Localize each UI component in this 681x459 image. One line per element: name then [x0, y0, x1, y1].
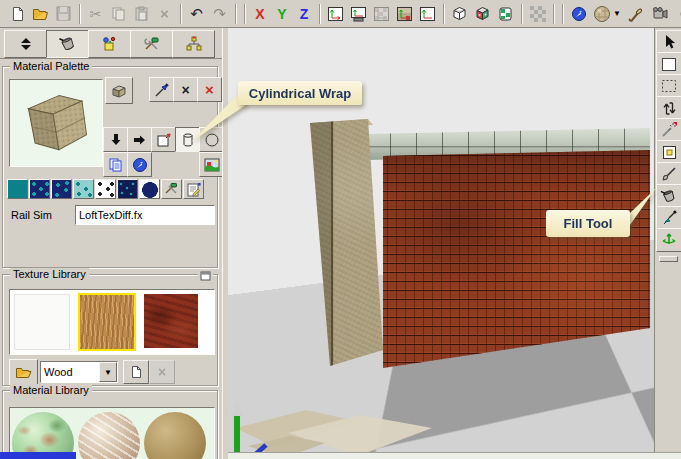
save-button[interactable]	[52, 3, 75, 25]
texmode-pattern5-button[interactable]	[117, 179, 138, 199]
material-sphere-cream[interactable]	[78, 412, 140, 459]
open-folder-icon	[32, 6, 49, 22]
texture-category-value: Wood	[41, 366, 99, 378]
axis-gizmo	[228, 358, 458, 459]
view-axis-2-button[interactable]	[416, 3, 439, 25]
texture-swatch-wood[interactable]	[78, 293, 136, 351]
axis-tripod-icon	[327, 6, 344, 22]
texmode-pattern1-button[interactable]	[29, 179, 50, 199]
wireframe-cube-button[interactable]	[448, 3, 471, 25]
material-sphere-tan[interactable]	[144, 412, 206, 459]
cylindrical-wrap-callout: Cylindrical Wrap	[238, 81, 362, 105]
popup-window-icon[interactable]	[198, 271, 213, 281]
tab-hierarchy[interactable]	[172, 30, 215, 58]
camera-icon	[650, 6, 668, 21]
undo-icon: ↶	[190, 5, 203, 23]
delete-button[interactable]: ×	[153, 3, 176, 25]
view-axis-checker-button[interactable]	[370, 3, 393, 25]
tab-material[interactable]	[46, 30, 89, 58]
vertex-square-icon	[662, 145, 677, 160]
textured-sphere-icon	[593, 5, 611, 23]
tab-modifier[interactable]	[88, 30, 131, 58]
texture-swatch-blank[interactable]	[14, 294, 70, 350]
apply-material-button[interactable]	[149, 77, 174, 102]
texmode-pattern4-button[interactable]	[95, 179, 116, 199]
material-preview-dropdown[interactable]: ▼	[590, 3, 624, 25]
texture-swatch-rust[interactable]	[144, 294, 198, 348]
texmode-tools-button[interactable]	[161, 179, 182, 199]
bitmap-button[interactable]	[199, 152, 222, 177]
paste-button[interactable]	[130, 3, 153, 25]
magic-wand-tool[interactable]	[656, 118, 681, 142]
curve-tool-button[interactable]	[670, 3, 681, 25]
texmode-properties-button[interactable]	[183, 179, 204, 199]
textured-cube-button[interactable]	[471, 3, 494, 25]
undo-button[interactable]: ↶	[185, 3, 208, 25]
texture-category-select[interactable]: Wood ▼	[40, 361, 118, 383]
cycle-tool[interactable]	[656, 96, 681, 120]
lock-y-button[interactable]: Y	[271, 3, 293, 25]
texmode-pattern3-button[interactable]	[73, 179, 94, 199]
cut-button[interactable]: ✂	[84, 3, 107, 25]
redo-button[interactable]: ↷	[208, 3, 231, 25]
rectangle-tool[interactable]	[656, 52, 681, 76]
right-toolbar	[654, 28, 681, 459]
toolbar-separator	[521, 4, 522, 24]
tab-spinner[interactable]	[4, 30, 47, 58]
hammer-wrench-icon	[164, 182, 179, 196]
select-tool[interactable]	[656, 30, 681, 54]
vertex-tool[interactable]	[656, 140, 681, 164]
camera-button[interactable]	[647, 3, 670, 25]
textured-box-button[interactable]	[494, 3, 517, 25]
axis-x-label: X	[255, 6, 264, 22]
copy-material-button[interactable]	[103, 152, 128, 177]
toolbar-separator	[180, 4, 181, 24]
new-texture-button[interactable]	[123, 360, 149, 384]
tab-tools[interactable]	[130, 30, 173, 58]
marquee-select-tool[interactable]	[656, 74, 681, 98]
bone-tool-button[interactable]	[624, 3, 647, 25]
show-cube-button[interactable]	[105, 77, 133, 104]
spinner-icon	[20, 37, 32, 51]
hammer-wrench-icon	[143, 36, 161, 52]
delete-texture-button[interactable]: ×	[149, 360, 175, 384]
view-axis-display-button[interactable]	[347, 3, 370, 25]
move-down-button[interactable]	[103, 127, 128, 152]
chevron-down-icon[interactable]: ▼	[99, 362, 117, 382]
up-down-arrows-icon	[662, 101, 676, 116]
toolbar-separator	[553, 4, 554, 24]
copy-button[interactable]	[107, 3, 130, 25]
lock-x-button[interactable]: X	[249, 3, 271, 25]
material-navigator-small-button[interactable]	[127, 152, 152, 177]
new-button[interactable]	[6, 3, 29, 25]
material-navigator-button[interactable]	[567, 3, 590, 25]
toolbar-separator	[79, 4, 80, 24]
new-file-icon	[130, 365, 143, 379]
shader-file-input[interactable]	[75, 205, 215, 225]
scissors-icon: ✂	[90, 6, 102, 22]
apply-dropper-icon	[154, 82, 170, 98]
axis-display-icon	[350, 6, 367, 22]
axis-checker-icon	[373, 6, 390, 22]
delete-x-icon: ×	[158, 364, 166, 380]
texmode-solid-button[interactable]	[7, 179, 28, 199]
texmode-sphere-button[interactable]	[139, 179, 160, 199]
lock-z-button[interactable]: Z	[293, 3, 315, 25]
move-axis-icon	[661, 232, 677, 248]
planar-wrap-button[interactable]	[151, 127, 176, 152]
view-axis-button[interactable]	[324, 3, 347, 25]
open-button[interactable]	[29, 3, 52, 25]
hierarchy-icon	[185, 36, 203, 52]
cursor-arrow-icon	[662, 34, 676, 50]
fill-tool-callout: Fill Tool	[546, 210, 630, 237]
texmode-pattern2-button[interactable]	[51, 179, 72, 199]
copy-icon	[111, 6, 126, 21]
move-right-button[interactable]	[127, 127, 152, 152]
toolbar-grip[interactable]	[659, 256, 678, 262]
texture-open-folder-button[interactable]	[9, 359, 38, 386]
app-window: ✂ × ↶ ↷ X Y Z ▼	[0, 0, 681, 459]
checker-pattern-button[interactable]	[526, 3, 549, 25]
save-icon	[56, 6, 71, 21]
texture-library-group: Texture Library Wood ▼ ×	[2, 274, 218, 386]
view-axis-cube-button[interactable]	[393, 3, 416, 25]
